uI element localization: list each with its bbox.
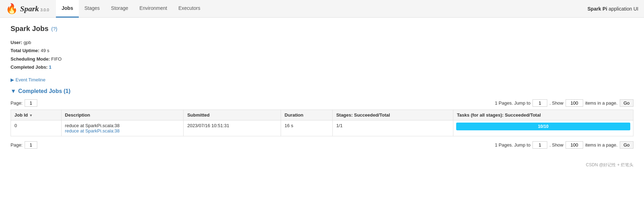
tasks-progress-bar: 10/10	[456, 123, 630, 130]
jump-input-bottom[interactable]	[533, 141, 547, 149]
col-tasks: Tasks (for all stages): Succeeded/Total	[453, 110, 633, 120]
event-timeline-link[interactable]: ▶ Event Timeline	[11, 77, 45, 82]
sort-icon: ▼	[29, 113, 33, 117]
show-input-bottom[interactable]	[566, 141, 583, 149]
main-content: Spark Jobs (?) User: gpb Total Uptime: 4…	[0, 18, 644, 159]
page-label-left: Page:	[11, 99, 37, 107]
pagination-right-top: 1 Pages. Jump to . Show items in a page.…	[495, 99, 633, 107]
tab-executors[interactable]: Executors	[173, 0, 206, 18]
items-label-bottom: items in a page.	[585, 142, 618, 148]
cell-stages: 1/1	[332, 120, 453, 136]
tasks-progress-label: 10/10	[538, 124, 548, 129]
tab-environment[interactable]: Environment	[134, 0, 173, 18]
col-duration: Duration	[281, 110, 333, 120]
navbar: 🔥 Spark 3.0.0 Jobs Stages Storage Enviro…	[0, 0, 644, 18]
pagination-top: Page: 1 Pages. Jump to . Show items in a…	[11, 99, 633, 107]
spark-logo-text: Spark	[20, 4, 39, 13]
tab-jobs[interactable]: Jobs	[56, 0, 79, 18]
scheduling-label: Scheduling Mode:	[11, 56, 50, 62]
go-button-top[interactable]: Go	[620, 99, 633, 107]
cell-description: reduce at SparkPi.scala:38 reduce at Spa…	[61, 120, 184, 136]
pagination-bottom: Page: 1 Pages. Jump to . Show items in a…	[11, 141, 633, 149]
footer-text: CSDN @好记性 + 烂笔头	[586, 162, 633, 167]
completed-jobs-value[interactable]: 1	[49, 64, 51, 70]
page-input-bottom[interactable]	[25, 141, 37, 149]
spark-version: 3.0.0	[40, 8, 49, 12]
jump-input-top[interactable]	[533, 99, 547, 107]
table-row: 0 reduce at SparkPi.scala:38 reduce at S…	[11, 120, 633, 136]
table-header: Job Id ▼ Description Submitted Duration …	[11, 110, 633, 120]
show-label-top: . Show	[549, 100, 563, 106]
description-line1: reduce at SparkPi.scala:38	[65, 123, 180, 128]
scheduling-row: Scheduling Mode: FIFO	[11, 55, 633, 63]
items-label-top: items in a page.	[585, 100, 618, 106]
chevron-down-icon: ▼	[11, 88, 16, 94]
event-timeline-label: Event Timeline	[15, 77, 45, 82]
show-label-bottom: . Show	[549, 142, 563, 148]
col-stages: Stages: Succeeded/Total	[332, 110, 453, 120]
page-title: Spark Jobs	[11, 25, 49, 33]
uptime-row: Total Uptime: 49 s	[11, 46, 633, 55]
user-row: User: gpb	[11, 38, 633, 46]
info-section: User: gpb Total Uptime: 49 s Scheduling …	[11, 38, 633, 72]
col-job-id[interactable]: Job Id ▼	[11, 110, 62, 120]
page-label-bottom-left: Page:	[11, 141, 37, 149]
spark-flame-icon: 🔥	[6, 4, 18, 14]
pages-info-top: 1 Pages. Jump to	[495, 100, 530, 106]
pages-info-bottom: 1 Pages. Jump to	[495, 142, 530, 148]
tab-storage[interactable]: Storage	[106, 0, 134, 18]
nav-tabs: Jobs Stages Storage Environment Executor…	[56, 0, 206, 18]
help-link[interactable]: (?)	[51, 26, 57, 32]
page-input-top[interactable]	[25, 99, 37, 107]
triangle-icon: ▶	[11, 77, 14, 82]
go-button-bottom[interactable]: Go	[620, 141, 633, 149]
page-text-bottom: Page:	[11, 142, 23, 148]
uptime-label: Total Uptime:	[11, 48, 39, 53]
user-label: User:	[11, 40, 22, 45]
description-link[interactable]: reduce at SparkPi.scala:38	[65, 128, 120, 134]
header-row: Job Id ▼ Description Submitted Duration …	[11, 110, 633, 120]
footer: CSDN @好记性 + 烂笔头	[0, 159, 644, 172]
col-description: Description	[61, 110, 184, 120]
page-heading: Spark Jobs (?)	[11, 25, 633, 33]
cell-tasks: 10/10	[453, 120, 633, 136]
cell-job-id: 0	[11, 120, 62, 136]
cell-duration: 16 s	[281, 120, 333, 136]
cell-submitted: 2023/07/16 10:51:31	[184, 120, 281, 136]
tab-stages[interactable]: Stages	[79, 0, 106, 18]
table-body: 0 reduce at SparkPi.scala:38 reduce at S…	[11, 120, 633, 136]
page-text-top: Page:	[11, 100, 23, 106]
app-title: Spark Pi application UI	[587, 6, 638, 12]
col-submitted: Submitted	[184, 110, 281, 120]
completed-jobs-section-heading: ▼ Completed Jobs (1)	[11, 88, 633, 94]
completed-jobs-row: Completed Jobs: 1	[11, 63, 633, 71]
jobs-table: Job Id ▼ Description Submitted Duration …	[11, 110, 633, 136]
pagination-right-bottom: 1 Pages. Jump to . Show items in a page.…	[495, 141, 633, 149]
show-input-top[interactable]	[566, 99, 583, 107]
completed-jobs-label: Completed Jobs:	[11, 64, 47, 70]
completed-jobs-title: Completed Jobs (1)	[18, 88, 70, 94]
brand-logo[interactable]: 🔥 Spark 3.0.0	[6, 4, 49, 14]
